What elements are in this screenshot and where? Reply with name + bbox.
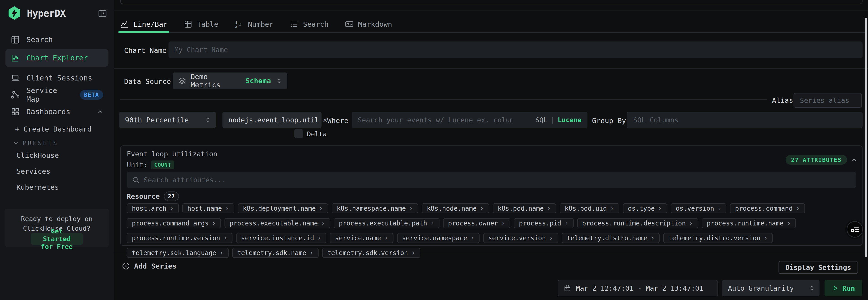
- attribute-chip[interactable]: k8s.namespace.name ›: [332, 203, 418, 213]
- sidebar-item-service-map[interactable]: Service Map BETA: [5, 87, 108, 103]
- attribute-chip[interactable]: telemetry.sdk.language ›: [127, 248, 228, 258]
- attribute-chip[interactable]: process.command_args ›: [127, 218, 221, 228]
- chevron-right-icon: ›: [547, 205, 551, 212]
- sidebar-item-chart-explorer[interactable]: Chart Explorer: [5, 49, 108, 66]
- attribute-chip[interactable]: k8s.deployment.name ›: [238, 203, 328, 213]
- attributes-search-input[interactable]: [127, 172, 856, 188]
- attribute-chip[interactable]: process.pid ›: [514, 218, 574, 228]
- attribute-chip[interactable]: service.name ›: [330, 233, 393, 243]
- filter-float-button[interactable]: [846, 221, 863, 238]
- chevron-right-icon: ›: [219, 249, 224, 256]
- tab-line-bar[interactable]: Line/Bar: [120, 17, 167, 32]
- attribute-chip[interactable]: k8s.node.name ›: [422, 203, 489, 213]
- chevron-right-icon: ›: [796, 205, 800, 212]
- presets-toggle[interactable]: PRESETS: [13, 139, 58, 146]
- aggregation-select[interactable]: 90th Percentile: [119, 112, 216, 128]
- metric-select[interactable]: nodejs.event_loop.util ✕: [222, 112, 321, 128]
- sql-option[interactable]: SQL: [535, 116, 547, 124]
- attribute-chip[interactable]: process.command ›: [730, 203, 805, 213]
- chart-name-input[interactable]: [168, 42, 863, 58]
- sidebar-item-dashboards[interactable]: Dashboards: [5, 104, 108, 119]
- attribute-name: telemetry.sdk.version: [327, 249, 408, 257]
- attribute-chip[interactable]: os.type ›: [623, 203, 667, 213]
- chevron-right-icon: ›: [501, 220, 505, 226]
- delta-checkbox[interactable]: [294, 129, 303, 138]
- add-series-button[interactable]: Add Series: [122, 260, 177, 272]
- chevron-right-icon: ›: [470, 235, 474, 241]
- preset-item[interactable]: Services: [17, 166, 59, 176]
- attribute-chip[interactable]: host.name ›: [182, 203, 234, 213]
- tab-label: Search: [303, 20, 329, 28]
- chevron-right-icon: ›: [225, 205, 229, 212]
- schema-link[interactable]: Schema: [245, 77, 271, 85]
- presets-label: PRESETS: [23, 139, 58, 146]
- tab-table[interactable]: Table: [184, 17, 218, 32]
- preset-item[interactable]: ClickHouse: [17, 150, 59, 161]
- attribute-chip[interactable]: host.arch ›: [127, 203, 179, 213]
- unit-row: Unit: COUNT: [127, 161, 175, 169]
- chart-line-icon: [10, 53, 20, 63]
- attribute-chip[interactable]: process.runtime.version ›: [127, 233, 232, 243]
- table-icon: [184, 20, 192, 28]
- run-button[interactable]: Run: [825, 280, 862, 296]
- updown-chevrons-icon: [204, 116, 211, 124]
- tab-label: Markdown: [358, 20, 392, 28]
- attribute-chip[interactable]: telemetry.distro.version ›: [663, 233, 773, 243]
- table-icon: [10, 35, 20, 45]
- display-settings-button[interactable]: Display Settings: [778, 261, 858, 274]
- chevron-right-icon: ›: [658, 205, 662, 212]
- tab-number[interactable]: 1 2 3 Number: [235, 17, 274, 32]
- time-range-picker[interactable]: Mar 2 12:47:01 - Mar 2 13:47:01: [558, 280, 718, 296]
- data-source-select[interactable]: Demo Metrics Schema: [173, 73, 287, 89]
- granularity-select[interactable]: Auto Granularity: [722, 280, 819, 296]
- attribute-chip[interactable]: process.executable.name ›: [224, 218, 330, 228]
- sidebar-item-client-sessions[interactable]: Client Sessions: [5, 70, 108, 86]
- toggle-divider: |: [551, 116, 554, 124]
- sidebar-item-label: Client Sessions: [26, 74, 92, 82]
- attribute-chip[interactable]: service.instance.id ›: [236, 233, 326, 243]
- chart-name-label: Chart Name: [124, 46, 167, 54]
- chevron-right-icon: ›: [430, 220, 434, 226]
- group-by-input[interactable]: [627, 112, 863, 128]
- attribute-chip[interactable]: process.runtime.description ›: [577, 218, 698, 228]
- attribute-chip[interactable]: process.runtime.name ›: [702, 218, 796, 228]
- lucene-option[interactable]: Lucene: [558, 116, 582, 124]
- metric-attributes-panel: Event loop utilization Unit: COUNT 27 AT…: [120, 145, 863, 246]
- attribute-chip[interactable]: telemetry.distro.name ›: [562, 233, 660, 243]
- close-icon[interactable]: ✕: [323, 116, 327, 124]
- attribute-chip[interactable]: k8s.pod.name ›: [493, 203, 556, 213]
- attribute-chip[interactable]: telemetry.sdk.name ›: [232, 248, 319, 258]
- alias-label: Alias: [772, 96, 793, 104]
- create-dashboard-button[interactable]: + Create Dashboard: [15, 125, 92, 133]
- tab-markdown[interactable]: Markdown: [345, 17, 392, 32]
- attribute-name: service.version: [488, 234, 546, 242]
- scrollbar-thumb[interactable]: [865, 18, 867, 257]
- tab-label: Line/Bar: [133, 20, 167, 28]
- sidebar-collapse-icon[interactable]: [97, 8, 108, 19]
- collapse-chevron-icon[interactable]: [850, 156, 858, 164]
- attribute-name: os.type: [628, 205, 655, 212]
- tab-search[interactable]: Search: [290, 17, 329, 32]
- attribute-chip[interactable]: telemetry.sdk.version ›: [322, 248, 420, 258]
- run-label: Run: [842, 284, 855, 292]
- sidebar-item-search[interactable]: Search: [5, 32, 108, 48]
- attribute-chip[interactable]: k8s.pod.uid ›: [560, 203, 619, 213]
- query-language-toggle[interactable]: SQL | Lucene: [535, 112, 582, 128]
- attributes-count-badge: 27 ATTRIBUTES: [785, 155, 847, 165]
- updown-chevrons-icon: [276, 77, 283, 84]
- laptop-icon: [10, 73, 20, 83]
- app-logo: HyperDX: [7, 5, 109, 21]
- attribute-chip[interactable]: os.version ›: [671, 203, 726, 213]
- alias-input[interactable]: [794, 93, 862, 108]
- attribute-chip[interactable]: service.namespace ›: [397, 233, 480, 243]
- chevron-up-icon: [96, 108, 103, 115]
- presets-list: ClickHouse Services Kubernetes: [17, 150, 59, 192]
- get-started-button[interactable]: Get Started for Free: [31, 233, 83, 245]
- preset-item[interactable]: Kubernetes: [17, 182, 59, 192]
- attribute-chip[interactable]: process.owner ›: [443, 218, 510, 228]
- attribute-name: k8s.namespace.name: [337, 205, 406, 212]
- chevron-right-icon: ›: [212, 220, 216, 226]
- attribute-chip[interactable]: process.executable.path ›: [334, 218, 439, 228]
- attribute-chip[interactable]: service.version ›: [483, 233, 558, 243]
- circle-plus-icon: [122, 262, 130, 270]
